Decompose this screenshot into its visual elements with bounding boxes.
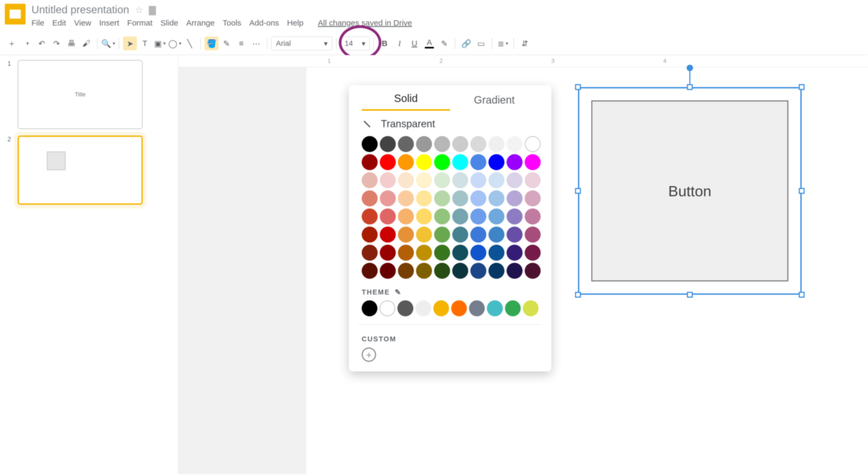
- theme-color-swatch[interactable]: [433, 300, 449, 316]
- theme-color-swatch[interactable]: [415, 300, 431, 316]
- resize-handle-tr[interactable]: [799, 84, 805, 90]
- color-swatch[interactable]: [362, 154, 378, 170]
- color-swatch[interactable]: [489, 263, 504, 279]
- color-swatch[interactable]: [470, 172, 486, 188]
- theme-color-swatch[interactable]: [397, 300, 413, 316]
- color-swatch[interactable]: [398, 245, 414, 261]
- color-swatch[interactable]: [470, 190, 486, 207]
- insert-comment-button[interactable]: ▭: [474, 36, 488, 50]
- bold-button[interactable]: B: [378, 36, 392, 50]
- theme-color-swatch[interactable]: [362, 300, 377, 316]
- color-swatch[interactable]: [525, 227, 541, 243]
- color-swatch[interactable]: [380, 227, 396, 243]
- theme-color-swatch[interactable]: [451, 300, 467, 316]
- zoom-dropdown[interactable]: 🔍: [101, 36, 115, 50]
- color-swatch[interactable]: [452, 154, 468, 170]
- shape-button[interactable]: ◯: [168, 36, 182, 50]
- color-swatch[interactable]: [416, 227, 432, 243]
- color-swatch[interactable]: [470, 245, 486, 261]
- color-swatch[interactable]: [434, 245, 450, 261]
- color-swatch[interactable]: [434, 172, 450, 188]
- edit-theme-icon[interactable]: ✎: [395, 288, 402, 296]
- color-swatch[interactable]: [489, 136, 504, 152]
- color-swatch[interactable]: [506, 227, 523, 243]
- slide-thumb-2[interactable]: 2: [7, 135, 155, 205]
- color-swatch[interactable]: [398, 263, 414, 279]
- resize-handle-r[interactable]: [799, 188, 805, 194]
- document-title[interactable]: Untitled presentation: [31, 4, 129, 16]
- new-slide-dropdown[interactable]: [20, 36, 34, 50]
- color-swatch[interactable]: [416, 136, 432, 152]
- color-swatch[interactable]: [452, 227, 468, 243]
- color-swatch[interactable]: [434, 154, 450, 170]
- menu-slide[interactable]: Slide: [161, 19, 179, 27]
- menu-view[interactable]: View: [74, 19, 91, 27]
- color-swatch[interactable]: [506, 263, 523, 279]
- color-swatch[interactable]: [416, 245, 432, 261]
- color-swatch[interactable]: [489, 190, 504, 207]
- line-spacing-button[interactable]: ⇵: [518, 36, 532, 50]
- color-swatch[interactable]: [525, 263, 541, 279]
- resize-handle-br[interactable]: [799, 292, 805, 298]
- color-swatch[interactable]: [380, 136, 396, 152]
- fill-color-button[interactable]: 🪣: [205, 36, 218, 50]
- color-swatch[interactable]: [470, 154, 486, 170]
- color-swatch[interactable]: [489, 227, 504, 243]
- menu-help[interactable]: Help: [287, 19, 304, 27]
- color-swatch[interactable]: [362, 227, 378, 243]
- theme-color-swatch[interactable]: [523, 300, 538, 316]
- color-swatch[interactable]: [380, 154, 396, 170]
- tab-gradient[interactable]: Gradient: [450, 94, 538, 111]
- color-swatch[interactable]: [380, 172, 396, 188]
- shape-rect[interactable]: Button: [591, 100, 788, 281]
- menu-file[interactable]: File: [31, 19, 44, 27]
- color-swatch[interactable]: [380, 245, 396, 261]
- rotation-handle[interactable]: [687, 65, 693, 71]
- color-swatch[interactable]: [489, 172, 504, 188]
- color-swatch[interactable]: [470, 136, 486, 152]
- color-swatch[interactable]: [506, 172, 523, 188]
- resize-handle-t[interactable]: [687, 84, 693, 90]
- theme-color-swatch[interactable]: [505, 300, 521, 316]
- theme-color-swatch[interactable]: [469, 300, 485, 316]
- color-swatch[interactable]: [362, 172, 378, 188]
- font-size-select[interactable]: 14▾: [340, 36, 370, 50]
- color-swatch[interactable]: [506, 245, 523, 261]
- color-swatch[interactable]: [434, 190, 450, 207]
- color-swatch[interactable]: [434, 227, 450, 243]
- slide-thumb-1[interactable]: 1 Title: [7, 60, 155, 129]
- highlight-color-button[interactable]: ✎: [437, 36, 451, 50]
- theme-color-swatch[interactable]: [487, 300, 503, 316]
- underline-button[interactable]: U: [407, 36, 421, 50]
- color-swatch[interactable]: [416, 209, 432, 224]
- color-swatch[interactable]: [416, 263, 432, 279]
- image-button[interactable]: ▣: [153, 36, 167, 50]
- resize-handle-tl[interactable]: [575, 84, 581, 90]
- print-button[interactable]: 🖶: [64, 36, 78, 50]
- color-swatch[interactable]: [489, 154, 504, 170]
- line-button[interactable]: ╲: [183, 36, 196, 50]
- color-swatch[interactable]: [452, 136, 468, 152]
- border-weight-button[interactable]: ≡: [235, 36, 248, 50]
- theme-color-swatch[interactable]: [379, 300, 395, 316]
- color-swatch[interactable]: [398, 136, 414, 152]
- resize-handle-b[interactable]: [687, 292, 693, 298]
- select-tool-button[interactable]: ➤: [123, 36, 137, 50]
- color-swatch[interactable]: [470, 227, 486, 243]
- transparent-row[interactable]: Transparent: [349, 111, 551, 134]
- font-family-select[interactable]: Arial▾: [271, 36, 332, 50]
- textbox-button[interactable]: T: [138, 36, 152, 50]
- color-swatch[interactable]: [434, 136, 450, 152]
- color-swatch[interactable]: [525, 190, 541, 207]
- folder-icon[interactable]: ▇: [149, 4, 156, 15]
- color-swatch[interactable]: [506, 190, 523, 207]
- color-swatch[interactable]: [416, 190, 432, 207]
- color-swatch[interactable]: [434, 209, 450, 224]
- color-swatch[interactable]: [506, 136, 523, 152]
- color-swatch[interactable]: [398, 190, 414, 207]
- menu-edit[interactable]: Edit: [52, 19, 66, 27]
- border-color-button[interactable]: ✎: [219, 36, 233, 50]
- color-swatch[interactable]: [525, 154, 541, 170]
- color-swatch[interactable]: [525, 136, 541, 152]
- undo-button[interactable]: ↶: [35, 36, 49, 50]
